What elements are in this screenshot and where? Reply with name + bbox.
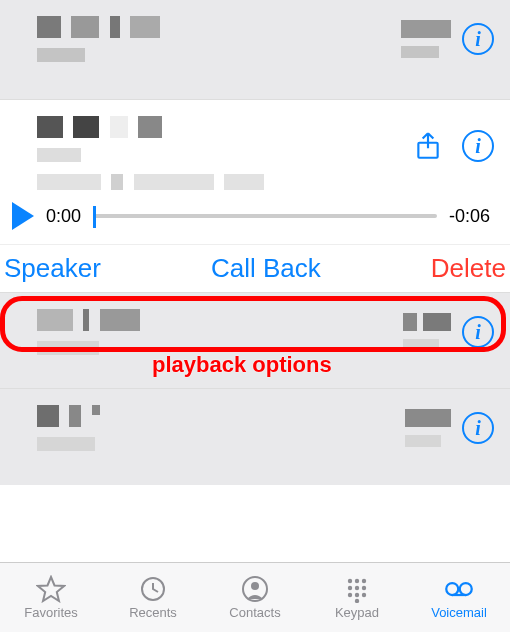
svg-point-4 — [251, 582, 259, 590]
info-icon[interactable]: i — [462, 412, 494, 444]
tab-label: Contacts — [229, 605, 280, 620]
svg-point-12 — [355, 593, 359, 597]
contact-redacted — [34, 403, 402, 453]
tab-voicemail[interactable]: Voicemail — [408, 563, 510, 632]
callback-button[interactable]: Call Back — [211, 253, 321, 284]
svg-point-10 — [362, 586, 366, 590]
info-icon[interactable]: i — [462, 23, 494, 55]
tab-label: Voicemail — [431, 605, 487, 620]
playback-controls: Speaker Call Back Delete — [0, 244, 510, 288]
svg-point-8 — [348, 586, 352, 590]
svg-point-9 — [355, 586, 359, 590]
svg-point-7 — [362, 579, 366, 583]
time-elapsed: 0:00 — [46, 206, 81, 227]
tab-favorites[interactable]: Favorites — [0, 563, 102, 632]
voicemail-list: i — [0, 0, 510, 562]
svg-point-6 — [355, 579, 359, 583]
tab-label: Favorites — [24, 605, 77, 620]
svg-point-5 — [348, 579, 352, 583]
voicemail-row[interactable]: i — [0, 0, 510, 100]
tab-recents[interactable]: Recents — [102, 563, 204, 632]
delete-button[interactable]: Delete — [431, 253, 506, 284]
contact-icon — [240, 575, 270, 603]
tab-label: Keypad — [335, 605, 379, 620]
svg-marker-1 — [38, 577, 64, 601]
contact-redacted — [34, 14, 398, 64]
play-button[interactable] — [12, 202, 34, 230]
annotation-label: playback options — [152, 352, 332, 378]
voicemail-row-expanded: i 0:00 -0:06 Speaker Call Back Delete — [0, 100, 510, 293]
tab-contacts[interactable]: Contacts — [204, 563, 306, 632]
meta-redacted — [402, 407, 454, 449]
voicemail-icon — [444, 575, 474, 603]
scrubber-track[interactable] — [93, 214, 437, 218]
time-remaining: -0:06 — [449, 206, 490, 227]
meta-redacted — [398, 18, 454, 60]
voicemail-row[interactable]: i — [0, 389, 510, 485]
info-icon[interactable]: i — [462, 316, 494, 348]
svg-point-11 — [348, 593, 352, 597]
svg-point-15 — [446, 583, 458, 595]
voicemail-screen: i — [0, 0, 510, 632]
tab-label: Recents — [129, 605, 177, 620]
speaker-button[interactable]: Speaker — [4, 253, 101, 284]
scrubber-head[interactable] — [93, 206, 96, 228]
svg-point-13 — [362, 593, 366, 597]
star-icon — [36, 575, 66, 603]
contact-redacted — [34, 307, 400, 357]
share-icon[interactable] — [412, 130, 444, 162]
info-icon[interactable]: i — [462, 130, 494, 162]
meta-redacted — [400, 311, 454, 353]
keypad-icon — [342, 575, 372, 603]
clock-icon — [138, 575, 168, 603]
contact-redacted — [34, 114, 412, 192]
tab-keypad[interactable]: Keypad — [306, 563, 408, 632]
svg-point-14 — [355, 599, 359, 603]
svg-point-16 — [460, 583, 472, 595]
tab-bar: Favorites Recents Contacts Keypad Voicem… — [0, 562, 510, 632]
audio-player: 0:00 -0:06 — [0, 196, 510, 244]
